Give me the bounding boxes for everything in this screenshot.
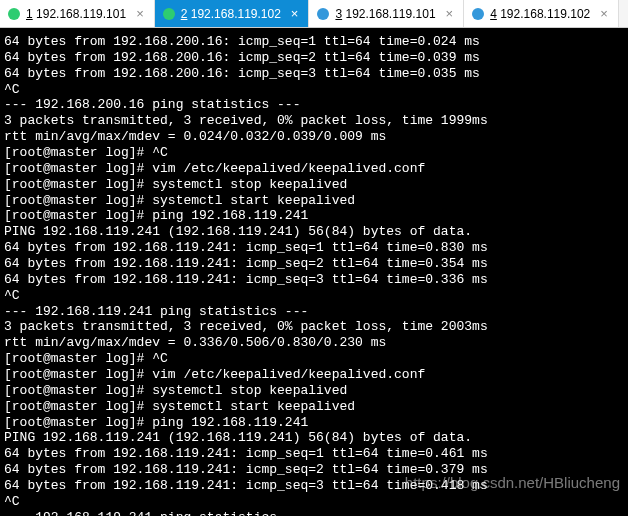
terminal-line: PING 192.168.119.241 (192.168.119.241) 5… xyxy=(4,430,624,446)
tab-session-4[interactable]: 4 192.168.119.102 × xyxy=(464,0,619,27)
terminal-line: rtt min/avg/max/mdev = 0.336/0.506/0.830… xyxy=(4,335,624,351)
terminal-line: 64 bytes from 192.168.119.241: icmp_seq=… xyxy=(4,462,624,478)
terminal-line: [root@master log]# vim /etc/keepalived/k… xyxy=(4,161,624,177)
terminal-line: [root@master log]# systemctl start keepa… xyxy=(4,399,624,415)
terminal-line: 64 bytes from 192.168.119.241: icmp_seq=… xyxy=(4,240,624,256)
terminal-pane[interactable]: 64 bytes from 192.168.200.16: icmp_seq=1… xyxy=(0,28,628,516)
terminal-line: [root@master log]# ^C xyxy=(4,145,624,161)
close-icon[interactable]: × xyxy=(291,6,299,21)
status-dot-icon xyxy=(163,8,175,20)
status-dot-icon xyxy=(8,8,20,20)
terminal-line: 64 bytes from 192.168.119.241: icmp_seq=… xyxy=(4,446,624,462)
terminal-line: [root@master log]# ping 192.168.119.241 xyxy=(4,208,624,224)
terminal-line: [root@master log]# systemctl stop keepal… xyxy=(4,383,624,399)
terminal-line: [root@master log]# systemctl start keepa… xyxy=(4,193,624,209)
close-icon[interactable]: × xyxy=(600,6,608,21)
tab-session-3[interactable]: 3 192.168.119.101 × xyxy=(309,0,464,27)
terminal-line: --- 192.168.119.241 ping statistics --- xyxy=(4,304,624,320)
tab-bar: 1 192.168.119.101 × 2 192.168.119.102 × … xyxy=(0,0,628,28)
terminal-line: 64 bytes from 192.168.200.16: icmp_seq=2… xyxy=(4,50,624,66)
terminal-line: 3 packets transmitted, 3 received, 0% pa… xyxy=(4,113,624,129)
terminal-line: [root@master log]# vim /etc/keepalived/k… xyxy=(4,367,624,383)
close-icon[interactable]: × xyxy=(136,6,144,21)
terminal-line: PING 192.168.119.241 (192.168.119.241) 5… xyxy=(4,224,624,240)
tab-label: 1 192.168.119.101 xyxy=(26,7,126,21)
status-dot-icon xyxy=(317,8,329,20)
terminal-line: 64 bytes from 192.168.119.241: icmp_seq=… xyxy=(4,478,624,494)
terminal-line: 64 bytes from 192.168.119.241: icmp_seq=… xyxy=(4,256,624,272)
terminal-line: --- 192.168.119.241 ping statistics --- xyxy=(4,510,624,516)
terminal-line: ^C xyxy=(4,494,624,510)
terminal-line: --- 192.168.200.16 ping statistics --- xyxy=(4,97,624,113)
tab-session-1[interactable]: 1 192.168.119.101 × xyxy=(0,0,155,27)
terminal-line: 64 bytes from 192.168.200.16: icmp_seq=1… xyxy=(4,34,624,50)
terminal-line: 3 packets transmitted, 3 received, 0% pa… xyxy=(4,319,624,335)
terminal-line: ^C xyxy=(4,82,624,98)
tab-label: 2 192.168.119.102 xyxy=(181,7,281,21)
tab-label: 3 192.168.119.101 xyxy=(335,7,435,21)
terminal-line: [root@master log]# ^C xyxy=(4,351,624,367)
terminal-line: rtt min/avg/max/mdev = 0.024/0.032/0.039… xyxy=(4,129,624,145)
close-icon[interactable]: × xyxy=(446,6,454,21)
terminal-line: 64 bytes from 192.168.200.16: icmp_seq=3… xyxy=(4,66,624,82)
tab-label: 4 192.168.119.102 xyxy=(490,7,590,21)
terminal-line: ^C xyxy=(4,288,624,304)
terminal-line: [root@master log]# systemctl stop keepal… xyxy=(4,177,624,193)
status-dot-icon xyxy=(472,8,484,20)
terminal-line: 64 bytes from 192.168.119.241: icmp_seq=… xyxy=(4,272,624,288)
terminal-line: [root@master log]# ping 192.168.119.241 xyxy=(4,415,624,431)
tab-session-2[interactable]: 2 192.168.119.102 × xyxy=(155,0,310,27)
